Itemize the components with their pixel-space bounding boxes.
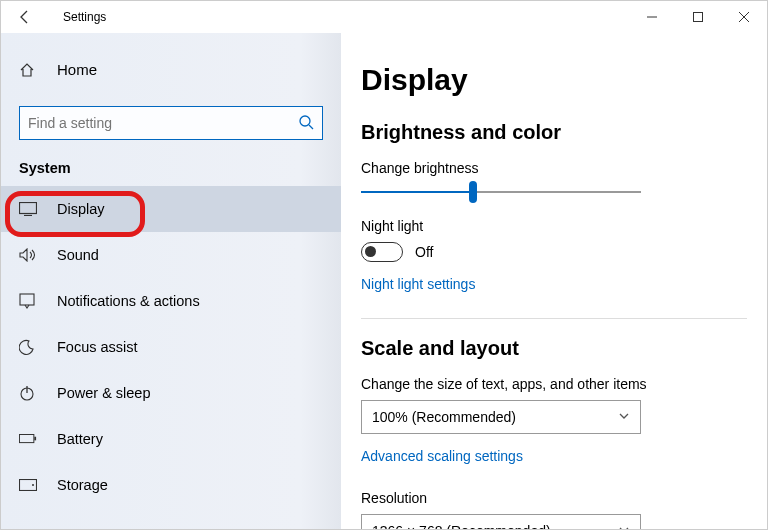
svg-rect-9	[19, 435, 33, 443]
sidebar-item-display[interactable]: Display	[1, 186, 341, 232]
svg-point-12	[32, 484, 34, 486]
scale-value: 100% (Recommended)	[372, 409, 516, 425]
scale-label: Change the size of text, apps, and other…	[361, 376, 747, 392]
svg-point-2	[300, 116, 310, 126]
svg-line-3	[309, 125, 313, 129]
home-icon	[19, 62, 39, 78]
battery-icon	[19, 433, 39, 445]
display-icon	[19, 202, 39, 216]
sidebar-item-focus-assist[interactable]: Focus assist	[1, 324, 341, 370]
resolution-value: 1366 × 768 (Recommended)	[372, 523, 551, 530]
close-button[interactable]	[721, 1, 767, 33]
sidebar-item-power-sleep[interactable]: Power & sleep	[1, 370, 341, 416]
scale-select[interactable]: 100% (Recommended)	[361, 400, 641, 434]
night-light-state: Off	[415, 244, 433, 260]
sidebar: Home System Display Sound Notificati	[1, 33, 341, 530]
focus-assist-icon	[19, 339, 39, 355]
resolution-select[interactable]: 1366 × 768 (Recommended)	[361, 514, 641, 530]
brightness-slider[interactable]	[361, 184, 641, 200]
sidebar-item-label: Storage	[57, 477, 108, 493]
sidebar-item-sound[interactable]: Sound	[1, 232, 341, 278]
back-arrow-icon[interactable]	[17, 8, 35, 26]
sidebar-item-label: Focus assist	[57, 339, 138, 355]
svg-rect-1	[694, 13, 703, 22]
power-icon	[19, 385, 39, 401]
sidebar-item-label: Display	[57, 201, 105, 217]
night-light-label: Night light	[361, 218, 747, 234]
svg-rect-6	[20, 294, 34, 305]
advanced-scaling-link[interactable]: Advanced scaling settings	[361, 448, 523, 464]
brightness-label: Change brightness	[361, 160, 747, 176]
maximize-button[interactable]	[675, 1, 721, 33]
section-brightness-title: Brightness and color	[361, 121, 747, 144]
svg-rect-10	[34, 437, 36, 441]
sidebar-item-label: Battery	[57, 431, 103, 447]
sidebar-item-label: Notifications & actions	[57, 293, 200, 309]
night-light-toggle[interactable]	[361, 242, 403, 262]
nav-home[interactable]: Home	[1, 53, 341, 86]
nav-home-label: Home	[57, 61, 97, 78]
section-scale-title: Scale and layout	[361, 337, 747, 360]
sidebar-item-notifications[interactable]: Notifications & actions	[1, 278, 341, 324]
sidebar-section-system: System	[1, 140, 341, 186]
titlebar: Settings	[1, 1, 767, 33]
chevron-down-icon	[618, 523, 630, 530]
main-panel: Display Brightness and color Change brig…	[341, 33, 767, 530]
sidebar-item-storage[interactable]: Storage	[1, 462, 341, 508]
search-input[interactable]	[28, 115, 298, 131]
sidebar-item-battery[interactable]: Battery	[1, 416, 341, 462]
sidebar-item-label: Power & sleep	[57, 385, 151, 401]
notifications-icon	[19, 293, 39, 309]
slider-thumb[interactable]	[469, 181, 477, 203]
night-light-settings-link[interactable]: Night light settings	[361, 276, 475, 292]
svg-rect-4	[20, 203, 37, 214]
chevron-down-icon	[618, 409, 630, 425]
app-title: Settings	[63, 10, 106, 24]
page-title: Display	[361, 63, 747, 97]
minimize-button[interactable]	[629, 1, 675, 33]
resolution-label: Resolution	[361, 490, 747, 506]
search-input-container[interactable]	[19, 106, 323, 140]
sound-icon	[19, 248, 39, 262]
sidebar-item-label: Sound	[57, 247, 99, 263]
storage-icon	[19, 479, 39, 491]
search-icon	[298, 114, 314, 133]
